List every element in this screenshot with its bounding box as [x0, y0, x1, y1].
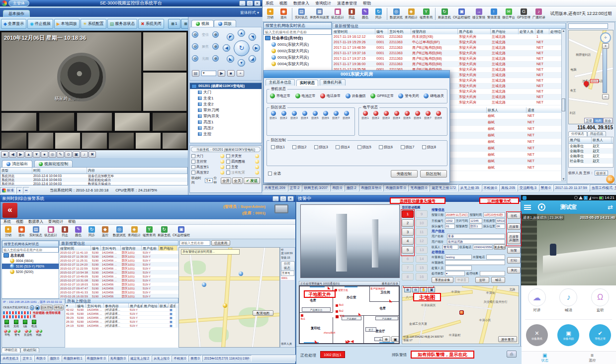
alarm-date-field[interactable]: 2008年11月25日 — [445, 212, 469, 217]
alarm-row[interactable]: 2015-02-27 11:25:3151901423456 ...防区1(01… — [59, 259, 178, 263]
alarm-row[interactable]: 2015-02-27 09:47:4751901423456防区1(01)519… — [59, 286, 178, 290]
select-all-checkbox[interactable]: 全选 — [268, 171, 281, 176]
all-off-button[interactable]: 全关 — [232, 178, 243, 184]
menu-item[interactable]: 帮助 — [68, 219, 76, 224]
ptz-upright-button[interactable]: ◥ — [249, 33, 256, 41]
video-tile[interactable] — [135, 132, 161, 149]
video-tile[interactable] — [143, 32, 187, 71]
report-row[interactable]: 24:1951901423456 ...[对讲请求...519-Y▦ — [65, 324, 176, 328]
camera-tree-item[interactable]: 主控 — [190, 131, 262, 137]
tab-basic-operation[interactable]: 基本操作 — [3, 10, 30, 17]
alarm-row[interactable]: 2017-11-17 19:37:1500012211363用户B过晚布防(B8… — [333, 56, 566, 62]
dispatch-unit-field[interactable]: testing — [445, 255, 472, 260]
nav-item[interactable]: ≡ 遥控 — [589, 353, 596, 363]
grid-layout-button[interactable]: ▦1 — [168, 19, 180, 29]
toolbar-button[interactable]: ◉退出 — [277, 8, 290, 20]
device-state-button[interactable]: ▣设备布防 — [553, 324, 584, 346]
tab-detail-info[interactable]: 详细信息 — [1, 348, 20, 353]
message-row[interactable]: 系统消息2010-12-6 10:04:03设备信息加载完毕 — [0, 174, 187, 178]
report-row[interactable]: 39:2951901423456 ...[对讲请求...519-Y▦ — [65, 316, 176, 320]
camera-select-button[interactable]: 14 — [416, 255, 428, 263]
camera-tree-item[interactable]: 室外刀闸 — [190, 107, 262, 113]
tab-log-info[interactable]: 日志信息 — [587, 131, 606, 136]
video-control-button[interactable]: ■ — [1, 151, 8, 158]
toolbar-button[interactable]: ▤实时状态 — [294, 8, 309, 20]
close-button[interactable]: ✕ — [254, 0, 261, 6]
pre-event-video-button[interactable]: 事发前录像 — [432, 277, 453, 283]
tab-camera-list[interactable]: 摄像机列表 — [320, 79, 346, 86]
alarm-row[interactable]: 2015-02-27 11:41:1051901423456 ...防区1(01… — [59, 251, 178, 255]
notification-badge[interactable]: 82 — [606, 175, 615, 183]
tree-root-host[interactable]: 001201 (杨家岭110KV变电站) — [190, 83, 262, 89]
toolbar-button[interactable]: ◆遥控 — [98, 226, 112, 238]
refresh-button[interactable]: ↻ — [30, 305, 34, 310]
linkage-time-select[interactable]: 5 ▾ — [205, 178, 213, 183]
alarm-row[interactable]: 2017-11-17 19:48:5900012211363用户B过晚布防(B8… — [333, 45, 566, 51]
ptz-downleft-button[interactable]: ◣ — [227, 55, 234, 63]
toolbar-button[interactable]: ▦界面布局设置 — [309, 8, 330, 20]
ptz-down-button[interactable]: ▼ — [238, 59, 245, 67]
toolbar-button[interactable]: Y催费查询 — [142, 226, 157, 238]
tab-realtime-status[interactable]: 实时状态 — [296, 80, 318, 86]
maximize-button[interactable]: □ — [280, 196, 286, 201]
ptz-left-button[interactable]: ◀ — [223, 44, 230, 52]
camera-select-button[interactable]: 9 — [416, 210, 428, 218]
print-button[interactable]: 打印 — [507, 257, 521, 264]
host-search-input[interactable] — [264, 29, 332, 35]
map-compass[interactable]: ✛ — [600, 32, 611, 43]
duty-grid-row[interactable]: 社会单位赵文 — [569, 159, 613, 164]
camera-tree-item[interactable]: 高压1 — [190, 119, 262, 125]
preset-add-button[interactable]: + — [237, 70, 244, 77]
camera-tree-item[interactable]: 主变2 — [190, 101, 262, 107]
toolbar-button[interactable]: ▤实时状态 — [28, 226, 43, 238]
talk-button[interactable]: 喊话 — [491, 277, 505, 283]
toolbar-button[interactable]: ✎颜色 — [72, 226, 85, 238]
toolbar-button[interactable]: ◎数据浏览 — [389, 8, 404, 20]
menu-item[interactable]: 查询统计 — [48, 219, 63, 224]
user-address-field[interactable]: 泉州运河路 — [447, 239, 505, 244]
send-button[interactable]: ✔ 发送 — [244, 178, 260, 184]
sub-map-floorplan[interactable]: 仓库 办公室 卫生间 仓库 复印社 营业厅 产品展示台 产品展柜 产品展柜 桌子… — [299, 285, 400, 344]
video-control-button[interactable]: ⊙ — [65, 151, 72, 158]
toolbar-button[interactable]: ◉停止视频 — [27, 19, 53, 29]
relay-button[interactable]: 继电器 — [54, 305, 64, 310]
video-tile[interactable] — [82, 132, 107, 149]
relay-checkbox[interactable]: 高压室1 — [191, 165, 224, 170]
video-control-button[interactable]: ● — [41, 151, 48, 158]
toolbar-button[interactable]: ✉微信平台 — [501, 8, 516, 20]
menu-item[interactable]: 系统 — [3, 219, 11, 224]
preset-call-button[interactable]: ▶ — [218, 70, 225, 77]
camera-select-button[interactable]: 6 — [402, 255, 414, 263]
main-menu-button[interactable]: 主管体 — [8, 0, 29, 6]
handle-type-select[interactable]: ▾ — [445, 271, 465, 276]
tree-item[interactable]: 5190 (519-Y) P80% — [2, 264, 59, 269]
ptz-upleft-button[interactable]: ◤ — [227, 33, 234, 41]
probe-position-field[interactable]: 0K — [496, 224, 505, 229]
alarm-row[interactable]: 2015-02-26 16:00:5951901423456防区1(01)519… — [59, 294, 178, 298]
toolbar-button[interactable]: ▮日志 — [345, 8, 358, 20]
video-control-button[interactable]: ▼ — [33, 151, 40, 158]
dispatch-route-field[interactable] — [445, 260, 505, 265]
video-tile[interactable] — [1, 112, 37, 131]
zoom-minus-button[interactable]: ⊖ — [192, 43, 198, 50]
menu-item[interactable]: 视图 — [279, 0, 287, 6]
preset-monitor-button[interactable]: ▤ — [192, 70, 199, 77]
tab-video-patrol[interactable]: 视频轮巡控制 — [34, 160, 73, 167]
toolbar-button[interactable]: Y催费查询 — [419, 8, 434, 20]
toolbar-button[interactable]: ◎数据浏览 — [112, 226, 127, 238]
tab-branch-status[interactable]: 分控状态 — [281, 261, 295, 271]
report-row[interactable]: 42:0251901423456 ...[对讲请求...519-Y▦ — [65, 308, 176, 312]
close-button[interactable]: ✕ — [287, 196, 294, 201]
menu-item[interactable]: 查询统计 — [315, 0, 331, 6]
toolbar-button[interactable]: ↻同步 — [85, 226, 98, 238]
relay-checkbox[interactable]: 高压室2 — [191, 170, 224, 175]
preset-set-button[interactable]: ■ — [227, 70, 235, 77]
zone-checkbox[interactable]: 防区8 — [422, 145, 443, 150]
toolbar-button[interactable]: ◆全屏显示 — [1, 19, 26, 29]
record-indicator[interactable]: ● — [16, 187, 22, 194]
contact-field[interactable]: 曾芳闻 — [442, 245, 458, 250]
qz-titlebar[interactable]: 泉州时刻综合接警系统 _□✕ — [0, 195, 295, 202]
report-row[interactable]: 41:0951901423456 ...[对讲请求...519-Y▦ — [65, 312, 176, 316]
toolbar-button[interactable]: ✎颜色 — [358, 8, 372, 20]
toolbar-button[interactable]: ✖系统关闭 — [138, 19, 164, 29]
